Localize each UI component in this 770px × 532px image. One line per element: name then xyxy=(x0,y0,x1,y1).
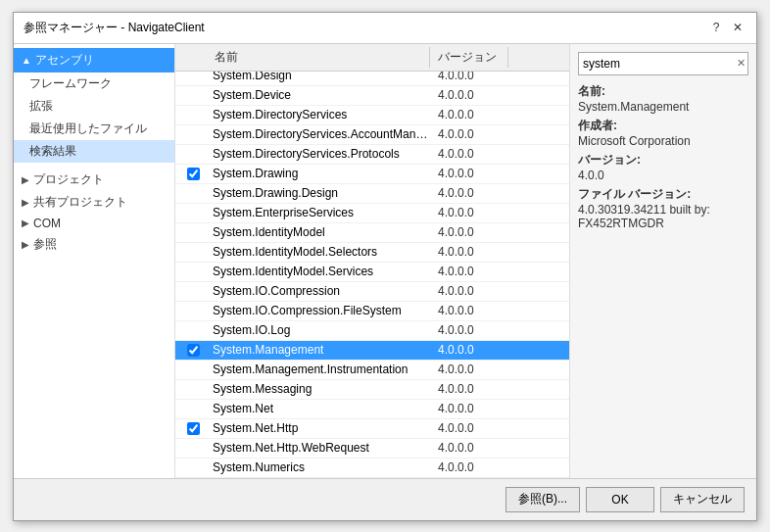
assembly-version: 4.0.0.0 xyxy=(430,265,474,278)
table-row[interactable]: System.Net.Http.WebRequest4.0.0.0 xyxy=(175,439,569,459)
assembly-name: System.Management.Instrumentation xyxy=(211,363,430,376)
table-row[interactable]: System.EnterpriseServices4.0.0.0 xyxy=(175,204,569,223)
dialog-body: ▲ アセンブリ フレームワーク 拡張 最近使用したファイル 検索結果 ▶ プロジ… xyxy=(14,44,756,478)
assembly-version: 4.0.0.0 xyxy=(430,186,474,200)
info-version-value: 4.0.0 xyxy=(578,169,604,182)
assembly-version: 4.0.0.0 xyxy=(430,441,474,455)
search-clear-button[interactable]: ✕ xyxy=(734,54,747,73)
info-version-label: バージョン: xyxy=(578,153,641,167)
table-row[interactable]: System.IO.Compression4.0.0.0 xyxy=(175,282,569,302)
check-cell xyxy=(175,168,211,180)
table-row[interactable]: System.Messaging4.0.0.0 xyxy=(175,380,569,400)
help-button[interactable]: ? xyxy=(707,19,725,36)
assembly-version: 4.0.0.0 xyxy=(430,147,474,161)
search-input[interactable] xyxy=(579,55,734,73)
project-arrow-icon: ▶ xyxy=(22,174,29,185)
assembly-name: System.DirectoryServices.Protocols xyxy=(211,147,430,161)
sidebar: ▲ アセンブリ フレームワーク 拡張 最近使用したファイル 検索結果 ▶ プロジ… xyxy=(14,44,175,478)
info-author-value: Microsoft Corporation xyxy=(578,134,691,148)
check-cell xyxy=(175,344,211,357)
table-row[interactable]: System.IO.Compression.FileSystem4.0.0.0 xyxy=(175,302,569,321)
table-row[interactable]: System.Net.Http4.0.0.0 xyxy=(175,419,569,439)
assembly-section-header[interactable]: ▲ アセンブリ xyxy=(14,48,174,73)
main-content: 名前 バージョン System.Data.Services4.0.0.0Syst… xyxy=(175,44,756,478)
assembly-name: System.DirectoryServices xyxy=(211,108,430,121)
info-version-section: バージョン: 4.0.0 xyxy=(578,152,748,182)
table-row[interactable]: System.Design4.0.0.0 xyxy=(175,72,569,86)
table-row[interactable]: System.DirectoryServices.Protocols4.0.0.… xyxy=(175,145,569,165)
assembly-name: System.Net.Http xyxy=(211,421,430,435)
table-row[interactable]: System.IdentityModel.Selectors4.0.0.0 xyxy=(175,243,569,263)
assembly-name: System.Numerics xyxy=(211,460,430,474)
sidebar-item-recent[interactable]: 最近使用したファイル xyxy=(14,118,174,140)
sidebar-group-project[interactable]: ▶ プロジェクト xyxy=(14,169,174,191)
assembly-version: 4.0.0.0 xyxy=(430,108,474,121)
table-row[interactable]: System.DirectoryServices.AccountManageme… xyxy=(175,125,569,145)
sidebar-item-framework[interactable]: フレームワーク xyxy=(14,73,174,95)
reference-arrow-icon: ▶ xyxy=(22,239,29,250)
sidebar-group-com[interactable]: ▶ COM xyxy=(14,214,174,233)
assembly-name: System.IdentityModel.Selectors xyxy=(211,245,430,259)
assembly-label: アセンブリ xyxy=(35,52,94,69)
shared-arrow-icon: ▶ xyxy=(22,197,29,208)
table-row[interactable]: System.Management.Instrumentation4.0.0.0 xyxy=(175,361,569,380)
assembly-version: 4.0.0.0 xyxy=(430,88,474,102)
list-header: 名前 バージョン xyxy=(175,44,569,72)
ok-button[interactable]: OK xyxy=(586,487,654,512)
assembly-version: 4.0.0.0 xyxy=(430,460,474,474)
info-author-label: 作成者: xyxy=(578,119,617,132)
title-bar-buttons: ? ✕ xyxy=(707,19,746,36)
assembly-name: System.Drawing xyxy=(211,167,430,180)
info-file-version-label: ファイル バージョン: xyxy=(578,187,691,201)
assembly-version: 4.0.0.0 xyxy=(430,382,474,396)
assembly-version: 4.0.0.0 xyxy=(430,72,474,83)
assembly-version: 4.0.0.0 xyxy=(430,245,474,259)
table-row[interactable]: System.Drawing4.0.0.0 xyxy=(175,165,569,184)
sidebar-group-shared[interactable]: ▶ 共有プロジェクト xyxy=(14,191,174,214)
info-file-version-value: 4.0.30319.34211 built by:FX452RTMGDR xyxy=(578,203,710,230)
table-row[interactable]: System.Numerics4.0.0.0 xyxy=(175,459,569,478)
info-name-label: 名前: xyxy=(578,84,605,98)
assembly-name: System.IdentityModel.Services xyxy=(211,265,430,278)
assembly-version: 4.0.0.0 xyxy=(430,363,474,376)
assembly-checkbox[interactable] xyxy=(187,344,200,357)
dialog-title: 参照マネージャー - NavigateClient xyxy=(24,20,205,36)
close-button[interactable]: ✕ xyxy=(729,19,746,36)
search-box[interactable]: ✕ xyxy=(578,52,748,75)
assembly-name: System.Messaging xyxy=(211,382,430,396)
table-row[interactable]: System.Device4.0.0.0 xyxy=(175,86,569,106)
assembly-version: 4.0.0.0 xyxy=(430,206,474,219)
assembly-name: System.Design xyxy=(211,72,430,83)
assembly-checkbox[interactable] xyxy=(187,422,200,435)
check-cell xyxy=(175,422,211,435)
table-row[interactable]: System.Management4.0.0.0 xyxy=(175,341,569,361)
table-row[interactable]: System.Net4.0.0.0 xyxy=(175,400,569,419)
assembly-arrow-icon: ▲ xyxy=(22,55,31,66)
com-arrow-icon: ▶ xyxy=(22,218,29,228)
dialog: 参照マネージャー - NavigateClient ? ✕ ▲ アセンブリ フレ… xyxy=(13,12,757,521)
assembly-name: System.IO.Compression xyxy=(211,284,430,298)
assembly-name: System.Device xyxy=(211,88,430,102)
sidebar-item-extensions[interactable]: 拡張 xyxy=(14,95,174,118)
browse-button[interactable]: 参照(B)... xyxy=(505,487,580,512)
sidebar-item-search[interactable]: 検索結果 xyxy=(14,140,174,163)
assembly-version: 4.0.0.0 xyxy=(430,323,474,337)
table-row[interactable]: System.IdentityModel4.0.0.0 xyxy=(175,223,569,243)
list-area: 名前 バージョン System.Data.Services4.0.0.0Syst… xyxy=(175,44,756,478)
table-row[interactable]: System.IO.Log4.0.0.0 xyxy=(175,321,569,341)
assembly-name: System.Management xyxy=(211,343,430,357)
assembly-name: System.Net xyxy=(211,402,430,415)
sidebar-group-reference[interactable]: ▶ 参照 xyxy=(14,233,174,256)
table-row[interactable]: System.Drawing.Design4.0.0.0 xyxy=(175,184,569,204)
table-row[interactable]: System.DirectoryServices4.0.0.0 xyxy=(175,106,569,125)
table-row[interactable]: System.IdentityModel.Services4.0.0.0 xyxy=(175,263,569,282)
assembly-name: System.DirectoryServices.AccountManageme… xyxy=(211,127,430,141)
cancel-button[interactable]: キャンセル xyxy=(660,487,745,512)
assembly-name: System.Drawing.Design xyxy=(211,186,430,200)
assembly-list[interactable]: System.Data.Services4.0.0.0System.Data.S… xyxy=(175,72,569,478)
header-name: 名前 xyxy=(175,47,430,68)
assembly-name: System.IdentityModel xyxy=(211,225,430,239)
assembly-checkbox[interactable] xyxy=(187,168,200,180)
assembly-version: 4.0.0.0 xyxy=(430,284,474,298)
assembly-version: 4.0.0.0 xyxy=(430,402,474,415)
